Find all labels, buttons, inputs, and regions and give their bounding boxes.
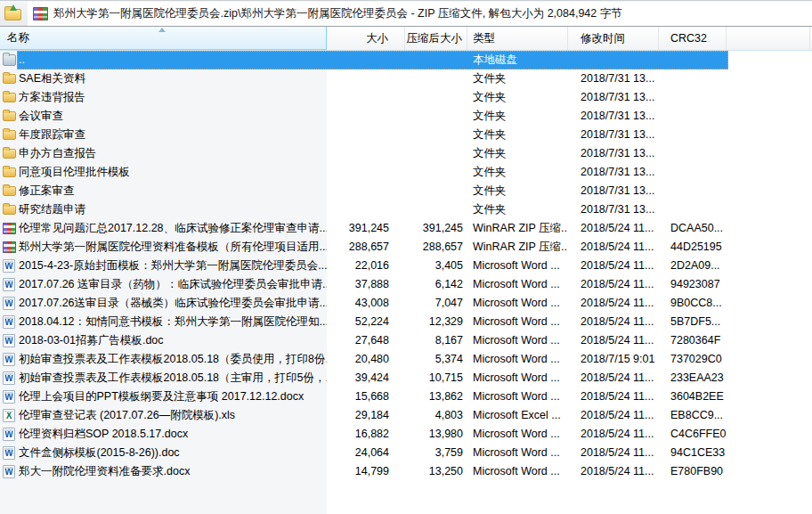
column-header-size[interactable]: 大小 xyxy=(327,27,405,50)
file-name: 研究结题申请 xyxy=(0,200,327,219)
file-size: 22,016 xyxy=(327,257,405,275)
file-size xyxy=(327,107,405,126)
file-type: WinRAR ZIP 压缩... xyxy=(467,219,568,238)
file-crc32: 233EAA23 xyxy=(659,369,801,388)
column-header-crc32[interactable]: CRC32 xyxy=(659,27,727,50)
file-size xyxy=(327,69,405,88)
column-header-size-label: 大小 xyxy=(366,31,388,46)
file-type: 文件夹 xyxy=(467,144,568,163)
file-packed-size: 13,980 xyxy=(405,425,467,444)
file-crc32: 5B7DF5... xyxy=(659,313,801,331)
file-row[interactable]: 2018-03-01招募广告模板.doc 27,648 8,167 Micros… xyxy=(0,331,812,350)
file-name: 2017.07.26 送审目录（药物）：临床试验伦理委员会审批申请... xyxy=(0,275,327,294)
file-type: Microsoft Word ... xyxy=(467,350,568,369)
file-type: Microsoft Word ... xyxy=(467,444,568,462)
file-row[interactable]: 伦理上会项目的PPT模板纲要及注意事项 2017.12.12.docx 15,6… xyxy=(0,388,812,406)
file-size: 27,648 xyxy=(327,331,405,350)
file-row[interactable]: 伦理审查登记表 (2017.07.26—附院模板).xls 29,184 4,8… xyxy=(0,406,812,425)
file-type: 本地磁盘 xyxy=(467,51,568,69)
file-row[interactable]: 初始审查投票表及工作表模板2018.05.18（主审用，打印5份，... 39,… xyxy=(0,369,812,388)
file-modified: 2018/5/24 11... xyxy=(568,238,659,257)
file-modified: 2018/5/24 11... xyxy=(568,313,659,331)
file-row[interactable]: 文件盒侧标模板(2015-8-26)).doc 24,064 3,759 Mic… xyxy=(0,444,812,462)
file-size xyxy=(327,126,405,144)
file-row[interactable]: 郑州大学第一附属医院伦理资料准备模板（所有伦理项目适用... 288,657 2… xyxy=(0,238,812,257)
file-type: Microsoft Word ... xyxy=(467,257,568,275)
address-bar[interactable]: 郑州大学第一附属医院伦理委员会.zip\郑州大学第一附属医院伦理委员会 - ZI… xyxy=(28,2,812,26)
file-modified: 2018/5/24 11... xyxy=(568,219,659,238)
file-row[interactable]: 伦理常见问题汇总2017.12.28、临床试验修正案伦理审查申请... 391,… xyxy=(0,219,812,238)
file-row[interactable]: 2015-4-23-原始封面模板：郑州大学第一附属医院伦理委员会... 22,0… xyxy=(0,257,812,275)
folder-row[interactable]: 年度跟踪审查 文件夹 2018/7/31 13... xyxy=(0,126,812,144)
file-size: 52,224 xyxy=(327,313,405,331)
file-name: SAE相关资料 xyxy=(0,69,327,88)
file-name: 方案违背报告 xyxy=(0,88,327,107)
column-header-modified[interactable]: 修改时间 xyxy=(568,27,659,50)
column-header-empty xyxy=(727,27,810,50)
file-name: 2018.04.12：知情同意书模板：郑州大学第一附属医院伦理知... xyxy=(0,313,327,331)
file-type: Microsoft Word ... xyxy=(467,369,568,388)
file-row[interactable]: 2018.04.12：知情同意书模板：郑州大学第一附属医院伦理知... 52,2… xyxy=(0,313,812,331)
file-modified: 2018/5/24 11... xyxy=(568,275,659,294)
file-crc32 xyxy=(659,144,801,163)
file-packed-size: 5,374 xyxy=(405,350,467,369)
folder-row[interactable]: 同意项目伦理批件模板 文件夹 2018/7/31 13... xyxy=(0,163,812,182)
file-size: 37,888 xyxy=(327,275,405,294)
file-packed-size xyxy=(405,51,467,69)
file-name: 修正案审查 xyxy=(0,182,327,200)
file-size xyxy=(327,144,405,163)
folder-row[interactable]: 研究结题申请 文件夹 2018/7/31 13... xyxy=(0,200,812,219)
folder-up-arrow-icon xyxy=(4,9,21,20)
file-modified: 2018/5/24 11... xyxy=(568,294,659,313)
file-type: 文件夹 xyxy=(467,107,568,126)
file-name: 伦理资料归档SOP 2018.5.17.docx xyxy=(0,425,327,444)
zip-archive-icon xyxy=(33,7,48,20)
file-row[interactable]: 2017.07.26送审目录（器械类）临床试验伦理委员会审批申请... 43,0… xyxy=(0,294,812,313)
column-header-name[interactable]: 名称 xyxy=(0,27,327,50)
file-packed-size xyxy=(405,126,467,144)
file-type: Microsoft Word ... xyxy=(467,425,568,444)
sort-ascending-icon xyxy=(158,28,166,32)
file-packed-size: 13,862 xyxy=(405,388,467,406)
file-packed-size: 288,657 xyxy=(405,238,467,257)
file-name: 伦理常见问题汇总2017.12.28、临床试验修正案伦理审查申请... xyxy=(0,219,327,238)
file-modified: 2018/5/24 11... xyxy=(568,388,659,406)
file-crc32: 9B0CC8... xyxy=(659,294,801,313)
file-size: 14,799 xyxy=(327,462,405,481)
file-row[interactable]: 2017.07.26 送审目录（药物）：临床试验伦理委员会审批申请... 37,… xyxy=(0,275,812,294)
column-header-name-label: 名称 xyxy=(7,30,29,45)
folder-row[interactable]: 方案违背报告 文件夹 2018/7/31 13... xyxy=(0,88,812,107)
file-size xyxy=(327,88,405,107)
file-row[interactable]: 郑大一附院伦理资料准备要求.docx 14,799 13,250 Microso… xyxy=(0,462,812,481)
file-modified: 2018/7/31 13... xyxy=(568,107,659,126)
file-modified: 2018/7/31 13... xyxy=(568,88,659,107)
file-size: 391,245 xyxy=(327,219,405,238)
file-modified: 2018/7/31 13... xyxy=(568,126,659,144)
file-modified: 2018/5/24 11... xyxy=(568,444,659,462)
column-header-packed-size[interactable]: 压缩后大小 xyxy=(405,27,467,50)
file-name: .. xyxy=(0,51,327,69)
toolbar: 郑州大学第一附属医院伦理委员会.zip\郑州大学第一附属医院伦理委员会 - ZI… xyxy=(0,1,812,26)
file-type: Microsoft Excel ... xyxy=(467,406,568,425)
folder-row[interactable]: 会议审查 文件夹 2018/7/31 13... xyxy=(0,107,812,126)
folder-row[interactable]: 申办方自查报告 文件夹 2018/7/31 13... xyxy=(0,144,812,163)
file-row[interactable]: 初始审查投票表及工作表模板2018.05.18（委员使用，打印8份... 20,… xyxy=(0,350,812,369)
file-crc32 xyxy=(659,200,801,219)
file-type: 文件夹 xyxy=(467,126,568,144)
file-name: 文件盒侧标模板(2015-8-26)).doc xyxy=(0,444,327,462)
column-header-type[interactable]: 类型 xyxy=(467,27,568,50)
file-crc32: 94C1CE33 xyxy=(659,444,801,462)
file-packed-size xyxy=(405,69,467,88)
column-header-crc32-label: CRC32 xyxy=(670,32,707,45)
column-header-type-label: 类型 xyxy=(473,31,495,46)
folder-row[interactable]: 修正案审查 文件夹 2018/7/31 13... xyxy=(0,182,812,200)
file-name: 申办方自查报告 xyxy=(0,144,327,163)
folder-row[interactable]: .. 本地磁盘 xyxy=(0,51,812,69)
up-one-level-button[interactable] xyxy=(2,4,25,23)
folder-row[interactable]: SAE相关资料 文件夹 2018/7/31 13... xyxy=(0,69,812,88)
file-crc32: E780FB90 xyxy=(659,462,801,481)
file-packed-size: 6,142 xyxy=(405,275,467,294)
file-size xyxy=(327,182,405,200)
file-name: 初始审查投票表及工作表模板2018.05.18（主审用，打印5份，... xyxy=(0,369,327,388)
file-row[interactable]: 伦理资料归档SOP 2018.5.17.docx 16,882 13,980 M… xyxy=(0,425,812,444)
